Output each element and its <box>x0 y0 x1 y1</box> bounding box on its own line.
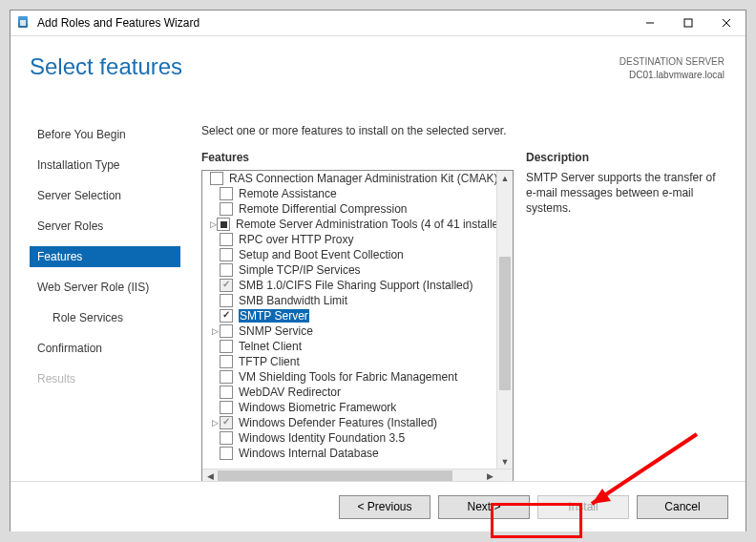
feature-row[interactable]: SMTP Server <box>202 308 497 323</box>
maximize-button[interactable] <box>669 10 707 35</box>
wizard-nav: Before You Begin Installation Type Serve… <box>30 124 180 399</box>
app-icon <box>16 15 32 31</box>
content-area: Select one or more features to install o… <box>201 124 728 474</box>
feature-checkbox[interactable] <box>220 431 233 445</box>
feature-row[interactable]: RAS Connection Manager Administration Ki… <box>202 171 497 186</box>
feature-row[interactable]: Windows Internal Database <box>202 446 497 461</box>
feature-checkbox[interactable] <box>220 340 233 353</box>
window-buttons <box>631 10 746 35</box>
feature-row[interactable]: ▷Windows Defender Features (Installed) <box>202 415 497 430</box>
feature-row[interactable]: TFTP Client <box>202 354 497 369</box>
feature-checkbox[interactable] <box>220 416 233 429</box>
nav-server-roles[interactable]: Server Roles <box>30 216 180 237</box>
feature-label: Windows Biometric Framework <box>239 401 396 414</box>
feature-row[interactable]: SMB 1.0/CIFS File Sharing Support (Insta… <box>202 278 497 293</box>
feature-label: Windows Internal Database <box>239 447 379 460</box>
nav-installation-type[interactable]: Installation Type <box>30 155 180 176</box>
scroll-up-button[interactable]: ▲ <box>497 171 513 186</box>
page-title: Select features <box>30 53 182 80</box>
nav-web-server-role[interactable]: Web Server Role (IIS) <box>30 277 180 298</box>
feature-label: WebDAV Redirector <box>239 386 341 399</box>
feature-checkbox[interactable] <box>220 386 233 399</box>
nav-server-selection[interactable]: Server Selection <box>30 185 180 206</box>
destination-info: DESTINATION SERVER DC01.labvmware.local <box>620 55 724 82</box>
next-button[interactable]: Next > <box>438 495 530 519</box>
feature-label: SNMP Service <box>239 324 313 338</box>
feature-checkbox[interactable] <box>220 309 233 323</box>
feature-label: Remote Server Administration Tools (4 of… <box>236 218 497 231</box>
feature-checkbox[interactable] <box>220 324 233 338</box>
nav-confirmation[interactable]: Confirmation <box>30 338 180 359</box>
instruction-text: Select one or more features to install o… <box>201 124 728 137</box>
feature-row[interactable]: ▷SNMP Service <box>202 323 497 339</box>
feature-label: Setup and Boot Event Collection <box>239 248 404 261</box>
feature-label: SMB 1.0/CIFS File Sharing Support (Insta… <box>239 279 472 292</box>
feature-checkbox[interactable] <box>220 294 233 307</box>
feature-checkbox[interactable] <box>210 172 223 185</box>
description-heading: Description <box>526 151 589 164</box>
feature-row[interactable]: RPC over HTTP Proxy <box>202 232 497 247</box>
feature-row[interactable]: Windows Biometric Framework <box>202 400 497 415</box>
feature-checkbox[interactable] <box>220 401 233 414</box>
title-bar: Add Roles and Features Wizard <box>10 10 746 36</box>
features-heading: Features <box>201 151 249 164</box>
description-text: SMTP Server supports the transfer of e-m… <box>526 170 728 216</box>
vscroll-thumb[interactable] <box>499 257 511 390</box>
features-listbox[interactable]: RAS Connection Manager Administration Ki… <box>201 170 514 484</box>
feature-label: Remote Differential Compression <box>239 202 408 216</box>
feature-checkbox[interactable] <box>220 202 233 216</box>
feature-label: SMTP Server <box>239 309 309 323</box>
feature-label: Windows Identity Foundation 3.5 <box>239 431 405 445</box>
feature-row[interactable]: VM Shielding Tools for Fabric Management <box>202 369 497 385</box>
wizard-window: Add Roles and Features Wizard Select fea… <box>10 10 746 532</box>
scroll-down-button[interactable]: ▼ <box>497 454 513 469</box>
feature-checkbox[interactable] <box>220 233 233 246</box>
destination-server: DC01.labvmware.local <box>620 69 724 82</box>
feature-label: RPC over HTTP Proxy <box>239 233 353 246</box>
nav-features[interactable]: Features <box>30 246 180 267</box>
close-button[interactable] <box>707 10 746 35</box>
feature-checkbox[interactable] <box>220 447 233 460</box>
feature-row[interactable]: SMB Bandwidth Limit <box>202 293 497 308</box>
expander-icon[interactable]: ▷ <box>210 219 217 229</box>
feature-checkbox[interactable] <box>217 218 230 231</box>
feature-label: Simple TCP/IP Services <box>239 263 361 277</box>
maximize-icon <box>683 18 693 28</box>
minimize-button[interactable] <box>631 10 669 35</box>
feature-row[interactable]: Remote Differential Compression <box>202 201 497 217</box>
feature-label: SMB Bandwidth Limit <box>239 294 347 307</box>
nav-role-services[interactable]: Role Services <box>30 307 180 328</box>
vertical-scrollbar[interactable]: ▲ ▼ <box>496 171 513 469</box>
feature-row[interactable]: Setup and Boot Event Collection <box>202 247 497 262</box>
cancel-button[interactable]: Cancel <box>637 495 728 519</box>
feature-row[interactable]: WebDAV Redirector <box>202 385 497 400</box>
feature-row[interactable]: Simple TCP/IP Services <box>202 262 497 278</box>
feature-label: Remote Assistance <box>239 187 337 200</box>
feature-row[interactable]: Remote Assistance <box>202 186 497 201</box>
nav-before-you-begin[interactable]: Before You Begin <box>30 124 180 145</box>
feature-row[interactable]: ▷Remote Server Administration Tools (4 o… <box>202 217 497 232</box>
feature-label: TFTP Client <box>239 355 300 368</box>
feature-label: VM Shielding Tools for Fabric Management <box>239 370 457 384</box>
feature-checkbox[interactable] <box>220 263 233 277</box>
feature-label: Telnet Client <box>239 340 302 353</box>
feature-checkbox[interactable] <box>220 355 233 368</box>
window-title: Add Roles and Features Wizard <box>37 16 631 30</box>
feature-row[interactable]: Windows Identity Foundation 3.5 <box>202 430 497 446</box>
expander-icon[interactable]: ▷ <box>210 418 220 427</box>
feature-checkbox[interactable] <box>220 187 233 200</box>
features-list-inner: RAS Connection Manager Administration Ki… <box>202 171 497 469</box>
feature-checkbox[interactable] <box>220 279 233 292</box>
expander-icon[interactable]: ▷ <box>210 326 220 336</box>
nav-results: Results <box>30 368 180 389</box>
feature-checkbox[interactable] <box>220 370 233 384</box>
install-button: Install <box>537 495 629 519</box>
feature-label: RAS Connection Manager Administration Ki… <box>229 172 497 185</box>
feature-row[interactable]: Telnet Client <box>202 339 497 354</box>
feature-checkbox[interactable] <box>220 248 233 261</box>
svg-rect-1 <box>684 19 692 27</box>
close-icon <box>722 18 731 28</box>
previous-button[interactable]: < Previous <box>339 495 430 519</box>
minimize-icon <box>645 18 655 28</box>
destination-label: DESTINATION SERVER <box>620 55 724 69</box>
